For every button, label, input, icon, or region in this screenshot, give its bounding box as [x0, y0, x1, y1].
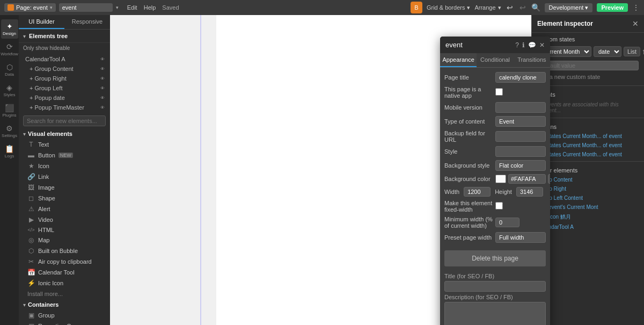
modal-comment-btn[interactable]: 💬 — [528, 41, 536, 49]
event-input[interactable] — [59, 3, 113, 12]
tab-transitions[interactable]: Transitions — [514, 53, 550, 67]
element-button[interactable]: ▬ Button NEW — [19, 150, 110, 161]
seo-title-input[interactable] — [444, 281, 546, 292]
default-val-input[interactable] — [537, 61, 639, 70]
calendar-icon: 📅 — [27, 269, 35, 276]
backup-url-row: Backup field for URL — [444, 130, 546, 143]
mobile-version-select[interactable] — [495, 102, 546, 113]
width-label: Width — [444, 189, 459, 195]
element-air-copy[interactable]: ✂ Air copy to clipboard — [19, 256, 110, 267]
dev-dropdown[interactable]: Development ▾ — [545, 3, 593, 12]
element-shape[interactable]: ◻ Shape — [19, 193, 110, 204]
page-title-input[interactable] — [495, 72, 546, 83]
element-group[interactable]: ▣ Group — [19, 310, 110, 321]
element-text[interactable]: T Text — [19, 139, 110, 150]
type-content-label: Type of content — [444, 118, 495, 125]
modal-close-btn[interactable]: ✕ — [539, 41, 545, 49]
tab-appearance[interactable]: Appearance — [440, 53, 477, 67]
delete-page-button[interactable]: Delete this page — [444, 250, 546, 266]
tree-item-calendartool[interactable]: CalendarTool A 👁 — [19, 54, 110, 64]
fixed-width-label: Make this element fixed-width — [444, 200, 495, 213]
plugins-icon: ⬛ — [5, 104, 14, 112]
fixed-width-checkbox[interactable] — [495, 202, 503, 210]
type-content-row: Type of content Event — [444, 116, 546, 127]
install-more-visual[interactable]: Install more... — [19, 288, 110, 299]
rail-item-plugins[interactable]: ⬛ Plugins — [1, 101, 18, 120]
search-elements-input[interactable] — [23, 115, 106, 126]
styles-icon: ◈ — [6, 83, 12, 92]
height-input[interactable] — [516, 187, 543, 197]
style-select[interactable] — [495, 146, 546, 157]
bg-style-row: Background style Flat color — [444, 160, 546, 171]
rail-item-data[interactable]: ⬡ Data — [1, 60, 18, 80]
bubble-icon-btn[interactable]: B — [411, 2, 422, 13]
modal-info-btn[interactable]: ℹ — [522, 41, 525, 49]
element-built-on-bubble[interactable]: ⬡ Built on Bubble — [19, 245, 110, 256]
bg-style-select[interactable]: Flat color — [495, 160, 546, 171]
containers-title: Containers — [28, 301, 58, 308]
preview-btn[interactable]: Preview — [597, 3, 628, 12]
tree-section: CalendarTool A 👁 + Group Content 👁 + Gro… — [19, 53, 110, 113]
list-btn[interactable]: List — [624, 47, 640, 56]
tree-item-popup-timemaster[interactable]: + Popup TimeMaster 👁 — [19, 103, 110, 112]
tab-responsive[interactable]: Responsive — [64, 15, 110, 29]
min-width-input[interactable] — [495, 218, 519, 227]
element-video[interactable]: ▶ Video — [19, 214, 110, 225]
modal-question-btn[interactable]: ? — [515, 41, 519, 49]
element-link[interactable]: 🔗 Link — [19, 171, 110, 182]
element-html[interactable]: </> HTML — [19, 225, 110, 235]
topbar-more-btn[interactable]: ⋮ — [632, 3, 640, 12]
tab-conditional[interactable]: Conditional — [477, 53, 513, 67]
tree-item-popup-date[interactable]: + Popup date 👁 — [19, 93, 110, 103]
dev-dropdown-arrow: ▾ — [585, 4, 588, 11]
arrange-btn[interactable]: Arrange ▾ — [474, 4, 501, 11]
element-calendar-tool[interactable]: 📅 Calendar Tool — [19, 267, 110, 278]
visual-elements-header[interactable]: ▾ Visual elements — [19, 128, 110, 139]
element-ionic-icon[interactable]: ⚡ Ionic Icon — [19, 278, 110, 288]
topbar: Page: event ▾ ▾ Edit Help Saved B Grid &… — [0, 0, 644, 15]
tree-item-group-content[interactable]: + Group Content 👁 — [19, 64, 110, 74]
visibility-icon-4: 👁 — [100, 96, 106, 100]
tree-item-group-left[interactable]: + Group Left 👁 — [19, 83, 110, 93]
rail-item-workflow[interactable]: ⟳ Workflow — [1, 40, 18, 59]
event-dropdown-arrow: ▾ — [116, 5, 119, 10]
containers-expand-arrow: ▾ — [23, 302, 26, 308]
search-btn[interactable]: 🔍 — [531, 3, 540, 12]
rail-item-settings[interactable]: ⚙ Settings — [1, 121, 18, 141]
grid-dropdown-arrow: ▾ — [467, 4, 470, 11]
bg-opacity-input[interactable] — [548, 174, 550, 184]
backup-url-select[interactable] — [495, 131, 546, 142]
collapse-arrow[interactable]: ▾ — [23, 33, 26, 39]
left-margin-indicator — [200, 15, 201, 325]
seo-desc-textarea[interactable] — [444, 302, 546, 325]
native-app-checkbox[interactable] — [495, 88, 503, 96]
only-show-hideable[interactable]: Only show hideable — [19, 43, 110, 53]
state-type-select[interactable]: date — [594, 46, 621, 57]
rail-item-styles[interactable]: ◈ Styles — [1, 81, 18, 100]
bg-color-hex-input[interactable] — [508, 174, 546, 184]
rail-item-logs[interactable]: 📋 Logs — [1, 142, 18, 161]
min-width-control — [495, 218, 546, 227]
element-alert[interactable]: ⚠ Alert — [19, 204, 110, 214]
element-image[interactable]: 🖼 Image — [19, 182, 110, 193]
edit-link[interactable]: Edit — [127, 4, 137, 11]
width-input[interactable] — [464, 187, 491, 197]
inspector-close-btn[interactable]: ✕ — [632, 19, 639, 28]
tab-ui-builder[interactable]: UI Builder — [19, 15, 64, 29]
undo-btn[interactable]: ↩ — [506, 2, 514, 13]
element-icon[interactable]: ★ Icon — [19, 161, 110, 171]
tree-item-group-right[interactable]: + Group Right 👁 — [19, 74, 110, 83]
grid-borders-btn[interactable]: Grid & borders ▾ — [427, 4, 471, 11]
containers-header[interactable]: ▾ Containers — [19, 299, 110, 310]
bg-style-control: Flat color — [495, 160, 546, 171]
redo-btn[interactable]: ↩ — [518, 2, 527, 13]
bg-color-swatch[interactable] — [495, 175, 506, 183]
page-selector[interactable]: Page: event ▾ — [4, 3, 56, 12]
help-link[interactable]: Help — [144, 4, 156, 11]
visibility-icon-0: 👁 — [100, 57, 106, 62]
element-map[interactable]: ◎ Map — [19, 235, 110, 245]
preset-width-select[interactable]: Full width — [495, 232, 546, 243]
rail-item-design[interactable]: ✦ Design — [1, 19, 18, 39]
element-repeating-group[interactable]: ▦ Repeating Group — [19, 321, 110, 325]
type-content-select[interactable]: Event — [495, 116, 546, 127]
